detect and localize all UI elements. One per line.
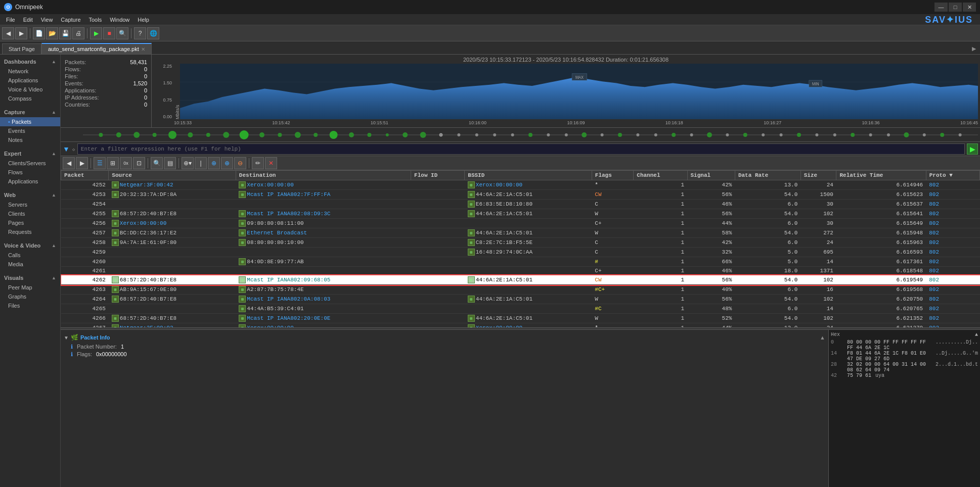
sidebar-capture-header[interactable]: Capture ▲ (0, 107, 60, 117)
menu-edit[interactable]: Edit (19, 16, 37, 24)
ptb-layout[interactable]: ▤ (164, 157, 176, 169)
col-signal[interactable]: Signal (687, 171, 735, 180)
tab-capture-file[interactable]: auto_send_smartconfig_package.pkt ✕ (41, 43, 152, 54)
filter-icon[interactable]: ▼ (63, 145, 70, 153)
col-source[interactable]: Source (109, 171, 236, 180)
menu-view[interactable]: View (37, 16, 57, 24)
col-proto[interactable]: Proto ▼ (926, 171, 979, 180)
table-row[interactable]: 4258 ⊞9A:7A:1E:61:0F:80 ⊞08:80:80:80:10:… (61, 238, 980, 248)
ptb-hex-view[interactable]: 0x (120, 157, 132, 169)
toolbar-capture-button[interactable]: ▶ (90, 27, 102, 39)
table-row[interactable]: 4262 ⊞68:57:2D:40:B7:E8 ⊞Mcast IP IANA80… (61, 275, 980, 285)
ptb-add-filter2[interactable]: ⊕ (221, 157, 233, 169)
ptb-filter-dropdown[interactable]: ⊕▾ (182, 157, 194, 169)
sidebar-item-clients[interactable]: Clients (0, 209, 60, 218)
tab-scroll-right[interactable]: ▶ (970, 43, 978, 54)
sidebar-item-media[interactable]: Media (0, 260, 60, 269)
filter-run-button[interactable]: ▶ (967, 143, 978, 155)
toolbar-save-button[interactable]: 💾 (59, 27, 71, 39)
sidebar-item-graphs[interactable]: Graphs (0, 292, 60, 301)
sidebar-item-applications-exp[interactable]: Applications (0, 177, 60, 186)
col-destination[interactable]: Destination (236, 171, 411, 180)
sidebar-dashboards-header[interactable]: Dashboards ▲ (0, 57, 60, 67)
col-data-rate[interactable]: Data Rate (735, 171, 800, 180)
ptb-back[interactable]: ◀ (63, 157, 75, 169)
ptb-decode-view[interactable]: ⊡ (133, 157, 145, 169)
table-row[interactable]: 4255 ⊞68:57:2D:40:B7:E8 ⊞Mcast IP IANA80… (61, 209, 980, 219)
sidebar-item-voice-video[interactable]: Voice & Video (0, 85, 60, 94)
toolbar-filter-button[interactable]: 🔍 (116, 27, 128, 39)
toolbar-open-button[interactable]: 📂 (46, 27, 58, 39)
menu-tools[interactable]: Tools (85, 16, 106, 24)
toolbar-print-button[interactable]: 🖨 (72, 27, 84, 39)
menu-capture[interactable]: Capture (57, 16, 84, 24)
ptb-grid-view[interactable]: ⊞ (107, 157, 119, 169)
table-row[interactable]: 4264 ⊞68:57:2D:40:B7:E8 ⊞Mcast IP IANA80… (61, 295, 980, 304)
sidebar-web-header[interactable]: Web ▲ (0, 190, 60, 200)
table-row[interactable]: 4266 ⊞68:57:2D:40:B7:E8 ⊞Mcast IP IANA80… (61, 314, 980, 323)
sidebar-item-files[interactable]: Files (0, 301, 60, 310)
col-flags[interactable]: Flags (592, 171, 634, 180)
sidebar-item-network[interactable]: Network (0, 67, 60, 76)
table-row[interactable]: 4254 ⊞E6:83:5E:D8:10:80 C 1 46% 6.0 30 6… (61, 200, 980, 209)
table-row[interactable]: 4261 C+ 1 46% 18.0 1371 6.618548 802 (61, 267, 980, 275)
sidebar-item-applications-dash[interactable]: Applications (0, 76, 60, 85)
menu-help[interactable]: Help (133, 16, 153, 24)
table-row[interactable]: 4263 ⊞AB:9A:15:67:0E:80 ⊞A2:87:7B:75:78:… (61, 285, 980, 295)
col-size[interactable]: Size (800, 171, 836, 180)
sidebar-voicevideo-header[interactable]: Voice & Video ▲ (0, 240, 60, 251)
tab-capture-file-close[interactable]: ✕ (141, 46, 145, 52)
sidebar-item-calls[interactable]: Calls (0, 251, 60, 260)
col-bssid[interactable]: BSSID (465, 171, 592, 180)
toolbar-back-button[interactable]: ◀ (2, 27, 14, 39)
sidebar-item-notes[interactable]: Notes (0, 135, 60, 144)
toolbar-stop-button[interactable]: ■ (103, 27, 115, 39)
toolbar-forward-button[interactable]: ▶ (15, 27, 27, 39)
table-row[interactable]: 4256 ⊞Xerox:00:00:00 ⊞09:80:80:08:11:00 … (61, 219, 980, 228)
sidebar-expert-header[interactable]: Expert ▲ (0, 149, 60, 159)
table-row[interactable]: 4253 ⊞20:32:33:7A:DF:8A ⊞Mcast IP IANA80… (61, 190, 980, 200)
col-relative-time[interactable]: Relative Time (836, 171, 926, 180)
hex-scroll-up[interactable]: ▲ (975, 332, 978, 337)
table-row[interactable]: 4265 ⊞44:4A:B5:39:C4:01 #C 1 48% 6.0 14 … (61, 304, 980, 314)
ptb-remove-filter[interactable]: ⊖ (234, 157, 246, 169)
packet-info-header[interactable]: ▼ 🌿 Packet Info (64, 333, 110, 342)
sidebar-visuals-header[interactable]: Visuals ▲ (0, 273, 60, 283)
maximize-button[interactable]: □ (949, 3, 962, 12)
menu-window[interactable]: Window (106, 16, 133, 24)
menu-file[interactable]: File (2, 16, 19, 24)
col-packet[interactable]: Packet (61, 171, 109, 180)
packet-info-scroll-up[interactable]: ▲ (820, 334, 825, 340)
close-button[interactable]: ✕ (963, 3, 976, 12)
col-channel[interactable]: Channel (634, 171, 687, 180)
tab-start-page[interactable]: Start Page (2, 43, 41, 54)
ptb-edit[interactable]: ✏ (252, 157, 264, 169)
minimize-button[interactable]: — (934, 3, 948, 12)
ptb-search[interactable]: 🔍 (151, 157, 163, 169)
ptb-list-view[interactable]: ☰ (94, 157, 106, 169)
ptb-add-filter[interactable]: ⊕ (208, 157, 220, 169)
toolbar-help-button[interactable]: ? (134, 27, 146, 39)
sidebar-item-packets[interactable]: Packets (0, 117, 60, 126)
toolbar-web-button[interactable]: 🌐 (147, 27, 159, 39)
filter-input[interactable] (77, 143, 965, 155)
table-row[interactable]: 4252 ⊞Netgear:3F:00:42 ⊞Xerox:00:00:00 ⊞… (61, 180, 980, 190)
sidebar-item-events[interactable]: Events (0, 126, 60, 135)
ptb-delete[interactable]: ✕ (265, 157, 277, 169)
col-flow-id[interactable]: Flow ID (411, 171, 465, 180)
toolbar-new-button[interactable]: 📄 (33, 27, 45, 39)
table-row[interactable]: 4257 ⊞BC:DD:C2:36:17:E2 ⊞Ethernet Broadc… (61, 228, 980, 238)
sidebar-item-clients-servers[interactable]: Clients/Servers (0, 159, 60, 168)
table-row[interactable]: 4259 ⊞16:48:29:74:0C:AA C 1 32% 5.0 695 … (61, 248, 980, 257)
sidebar-item-requests[interactable]: Requests (0, 227, 60, 236)
table-row[interactable]: 4260 ⊞84:0D:8E:99:77:AB # 1 66% 5.0 14 6… (61, 257, 980, 267)
sidebar-item-flows[interactable]: Flows (0, 168, 60, 177)
table-row[interactable]: 4267 ⊞Netgear:3F:00:02 ⊞Xerox:00:00:00 ⊞… (61, 323, 980, 328)
sidebar-item-servers[interactable]: Servers (0, 200, 60, 209)
filter-funnel-icon[interactable]: ⬦ (72, 145, 75, 153)
packet-table-scroll[interactable]: Packet Source Destination Flow ID BSSID … (61, 170, 980, 327)
sidebar-item-pages[interactable]: Pages (0, 218, 60, 227)
sidebar-item-peer-map[interactable]: Peer Map (0, 283, 60, 292)
ptb-forward[interactable]: ▶ (76, 157, 88, 169)
ptb-sep[interactable]: | (195, 157, 207, 169)
